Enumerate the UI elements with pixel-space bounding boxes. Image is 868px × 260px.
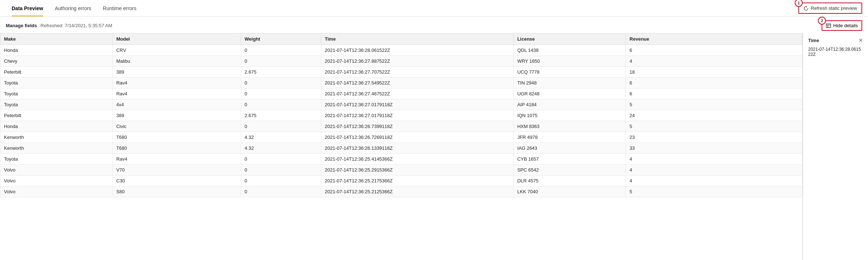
data-table-area[interactable]: Make Model Weight Time License Revenue H… — [0, 33, 803, 260]
cell-license: TIN 2948 — [513, 78, 626, 88]
cell-time: 2021-07-14T12:36:25.2175366Z — [321, 176, 513, 186]
cell-revenue: 4 — [626, 56, 802, 67]
cell-time: 2021-07-14T12:36:28.061522Z — [321, 45, 513, 56]
cell-revenue: 23 — [626, 132, 802, 143]
table-row[interactable]: VolvoV7002021-07-14T12:36:25.2915366ZSPC… — [0, 165, 802, 176]
cell-model: CRV — [112, 45, 241, 56]
cell-make: Volvo — [0, 176, 113, 186]
cell-license: UCQ 7778 — [513, 67, 626, 78]
table-row[interactable]: KenworthT6804.322021-07-14T12:36:26.7269… — [0, 132, 802, 143]
data-table: Make Model Weight Time License Revenue H… — [0, 33, 802, 197]
cell-license: JFR 4978 — [513, 132, 626, 143]
cell-make: Volvo — [0, 165, 113, 176]
side-panel-title: Time — [808, 38, 819, 43]
cell-model: Civic — [112, 121, 241, 132]
table-row[interactable]: ToyotaRav402021-07-14T12:36:27.467522ZUG… — [0, 88, 802, 99]
cell-time: 2021-07-14T12:36:25.2125366Z — [321, 186, 513, 197]
cell-weight: 0 — [241, 88, 321, 99]
cell-weight: 0 — [241, 186, 321, 197]
col-header-revenue: Revenue — [626, 33, 802, 45]
cell-license: HXM 8363 — [513, 121, 626, 132]
tab-data-preview[interactable]: Data Preview — [6, 0, 49, 16]
table-row[interactable]: Toyota4x402021-07-14T12:36:27.0179118ZAI… — [0, 99, 802, 110]
cell-license: LKK 7040 — [513, 186, 626, 197]
cell-revenue: 4 — [626, 165, 802, 176]
cell-weight: 0 — [241, 45, 321, 56]
refresh-static-preview-button[interactable]: 1 Refresh static preview — [798, 3, 862, 14]
table-row[interactable]: HondaCivic02021-07-14T12:36:26.7399118ZH… — [0, 121, 802, 132]
table-row[interactable]: HondaCRV02021-07-14T12:36:28.061522ZQDL … — [0, 45, 802, 56]
cell-revenue: 6 — [626, 88, 802, 99]
cell-model: 4x4 — [112, 99, 241, 110]
table-row[interactable]: VolvoC3002021-07-14T12:36:25.2175366ZDLR… — [0, 176, 802, 186]
cell-weight: 2.675 — [241, 110, 321, 121]
cell-make: Kenworth — [0, 132, 113, 143]
cell-make: Chevy — [0, 56, 113, 67]
cell-time: 2021-07-14T12:36:27.0179118Z — [321, 99, 513, 110]
cell-license: QDL 1438 — [513, 45, 626, 56]
cell-model: Rav4 — [112, 88, 241, 99]
col-header-make: Make — [0, 33, 113, 45]
cell-license: IAG 2643 — [513, 143, 626, 154]
side-panel-value: 2021-07-14T12:36:28.061522Z — [808, 47, 863, 57]
cell-revenue: 24 — [626, 110, 802, 121]
cell-weight: 2.675 — [241, 67, 321, 78]
toolbar: Manage fields Refreshed: 7/14/2021, 5:35… — [0, 17, 868, 33]
cell-weight: 4.32 — [241, 132, 321, 143]
table-header-row: Make Model Weight Time License Revenue — [0, 33, 802, 45]
cell-time: 2021-07-14T12:36:26.7269118Z — [321, 132, 513, 143]
cell-model: V70 — [112, 165, 241, 176]
cell-weight: 0 — [241, 121, 321, 132]
col-header-license: License — [513, 33, 626, 45]
cell-make: Volvo — [0, 186, 113, 197]
cell-model: Malibu — [112, 56, 241, 67]
cell-weight: 0 — [241, 154, 321, 165]
side-panel: Time ✕ 2021-07-14T12:36:28.061522Z — [803, 33, 868, 260]
cell-make: Peterbilt — [0, 110, 113, 121]
tab-runtime-errors-label: Runtime errors — [103, 5, 137, 11]
cell-make: Toyota — [0, 154, 113, 165]
cell-make: Toyota — [0, 78, 113, 88]
table-row[interactable]: Peterbilt3892.6752021-07-14T12:36:27.017… — [0, 110, 802, 121]
cell-time: 2021-07-14T12:36:27.549522Z — [321, 78, 513, 88]
cell-make: Honda — [0, 121, 113, 132]
table-row[interactable]: VolvoS8002021-07-14T12:36:25.2125366ZLKK… — [0, 186, 802, 197]
cell-model: 389 — [112, 67, 241, 78]
table-row[interactable]: ChevyMalibu02021-07-14T12:36:27.887522ZW… — [0, 56, 802, 67]
cell-license: DLR 4575 — [513, 176, 626, 186]
table-row[interactable]: KenworthT6804.322021-07-14T12:36:26.1339… — [0, 143, 802, 154]
cell-license: IQN 1075 — [513, 110, 626, 121]
cell-time: 2021-07-14T12:36:26.7399118Z — [321, 121, 513, 132]
cell-revenue: 33 — [626, 143, 802, 154]
tab-authoring-errors[interactable]: Authoring errors — [49, 0, 97, 16]
close-icon[interactable]: ✕ — [859, 37, 863, 43]
table-row[interactable]: Peterbilt3892.6752021-07-14T12:36:27.707… — [0, 67, 802, 78]
cell-revenue: 18 — [626, 67, 802, 78]
tab-runtime-errors[interactable]: Runtime errors — [97, 0, 142, 16]
cell-revenue: 5 — [626, 99, 802, 110]
badge-1: 1 — [795, 0, 803, 7]
cell-license: AIP 4184 — [513, 99, 626, 110]
cell-make: Peterbilt — [0, 67, 113, 78]
cell-revenue: 5 — [626, 121, 802, 132]
svg-rect-0 — [826, 24, 831, 28]
cell-weight: 0 — [241, 176, 321, 186]
hide-details-button[interactable]: 2 Hide details — [822, 20, 862, 31]
table-row[interactable]: ToyotaRav402021-07-14T12:36:25.4145366ZC… — [0, 154, 802, 165]
cell-make: Toyota — [0, 88, 113, 99]
cell-model: C30 — [112, 176, 241, 186]
manage-fields-label: Manage fields — [6, 23, 37, 28]
side-panel-header: Time ✕ — [808, 37, 863, 43]
cell-model: Rav4 — [112, 154, 241, 165]
cell-revenue: 6 — [626, 78, 802, 88]
cell-model: T680 — [112, 132, 241, 143]
cell-license: CYB 1657 — [513, 154, 626, 165]
cell-make: Honda — [0, 45, 113, 56]
cell-revenue: 4 — [626, 176, 802, 186]
tab-bar: Data Preview Authoring errors Runtime er… — [0, 0, 868, 17]
cell-time: 2021-07-14T12:36:25.4145366Z — [321, 154, 513, 165]
cell-make: Kenworth — [0, 143, 113, 154]
refresh-btn-label: Refresh static preview — [811, 5, 857, 11]
table-row[interactable]: ToyotaRav402021-07-14T12:36:27.549522ZTI… — [0, 78, 802, 88]
cell-time: 2021-07-14T12:36:27.707522Z — [321, 67, 513, 78]
